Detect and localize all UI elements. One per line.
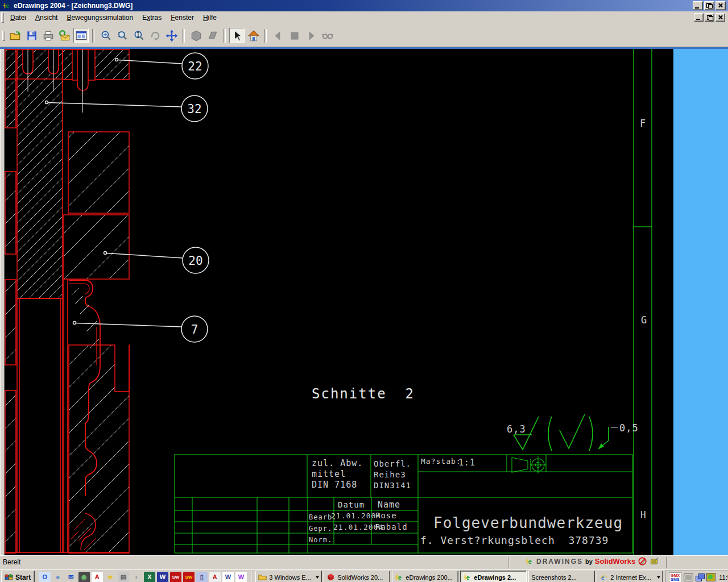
drawing-canvas[interactable]: 22 32 20 7 Schnitte 2 F G H 6,3 0,5 xyxy=(0,47,728,555)
toolbar-separator xyxy=(183,29,185,43)
image-viewer-icon[interactable]: ◉ xyxy=(78,572,90,582)
ie-quick-icon[interactable]: e xyxy=(52,572,64,582)
animation-button[interactable] xyxy=(320,28,335,43)
next-button[interactable] xyxy=(303,28,318,43)
menu-datei[interactable]: Datei xyxy=(6,13,31,23)
nvidia-tray-icon[interactable] xyxy=(706,573,715,581)
word-doc-icon[interactable]: W xyxy=(222,572,234,582)
measure-tool-icon[interactable] xyxy=(650,557,659,566)
svg-text:Oberfl.: Oberfl. xyxy=(374,459,411,468)
word-icon[interactable]: W xyxy=(157,572,168,582)
menubar: DateiAnsichtBewegungssimulationExtrasFen… xyxy=(0,11,728,24)
zone-letter-g: G xyxy=(641,314,647,326)
pan-icon xyxy=(166,30,178,42)
toolbar-grip[interactable] xyxy=(2,31,5,41)
task-edrawings-1[interactable]: eDrawings 200... xyxy=(392,571,458,582)
task-edrawings-2[interactable]: eDrawings 2... xyxy=(460,571,527,582)
restore-button[interactable] xyxy=(704,1,714,10)
zoom-inout-button[interactable] xyxy=(131,28,146,43)
solidworks-explorer-icon[interactable]: SW xyxy=(183,572,195,582)
display-tray-icon[interactable] xyxy=(696,573,704,581)
scale-value: 1:1 xyxy=(458,458,475,468)
save-button[interactable] xyxy=(24,28,39,43)
menu-ansicht[interactable]: Ansicht xyxy=(31,13,62,23)
send-icon xyxy=(59,30,71,42)
select-button[interactable] xyxy=(229,28,245,43)
edrawings-icon xyxy=(463,573,471,581)
start-button[interactable]: Start xyxy=(1,571,35,582)
balloon-32: 32 xyxy=(187,102,201,116)
save-icon xyxy=(26,30,38,42)
menu-fenster[interactable]: Fenster xyxy=(166,13,198,23)
home-button[interactable] xyxy=(246,28,261,43)
previous-button[interactable] xyxy=(270,28,286,43)
cad-drawing: 22 32 20 7 Schnitte 2 F G H 6,3 0,5 xyxy=(0,47,728,555)
folder-icon xyxy=(258,573,267,581)
rotate-button[interactable] xyxy=(147,28,163,43)
acrobat-distiller-icon[interactable]: A xyxy=(209,572,221,582)
svg-text:Name: Name xyxy=(378,500,400,510)
mouse-icon[interactable]: ◗ xyxy=(131,572,142,582)
dropdown-arrow-icon[interactable] xyxy=(316,576,319,579)
acrobat-icon[interactable]: A xyxy=(92,572,103,582)
windows-flag-icon xyxy=(4,573,14,581)
svg-text:Norm.: Norm. xyxy=(309,536,332,544)
window-layout-button[interactable] xyxy=(73,28,89,43)
shade-icon xyxy=(190,30,202,42)
child-close-button[interactable] xyxy=(715,13,725,22)
titlebar: eDrawings 2004 - [Zeichnung3.DWG] xyxy=(0,0,728,11)
dropdown-arrow-icon[interactable] xyxy=(657,576,660,579)
home-icon xyxy=(247,30,260,42)
menu-hilfe[interactable]: Hilfe xyxy=(198,13,221,23)
statusbar-divider-2 xyxy=(666,557,668,568)
excel-icon[interactable]: X xyxy=(144,572,155,582)
print-button[interactable] xyxy=(40,28,56,43)
menu-grip[interactable] xyxy=(1,13,4,23)
chip-tray-icon[interactable] xyxy=(684,573,693,581)
gmx-sms-tray-icon[interactable]: GMXSMS xyxy=(669,572,681,582)
task-internet-explorer[interactable]: 2 Internet Ex... xyxy=(597,571,663,582)
zoomfit-icon xyxy=(100,30,112,42)
print-icon xyxy=(42,30,55,42)
close-button[interactable] xyxy=(715,1,726,10)
pan-button[interactable] xyxy=(164,28,179,43)
word-template-icon[interactable]: W xyxy=(235,572,247,582)
child-minimize-button[interactable] xyxy=(694,13,704,22)
prev-icon xyxy=(272,30,284,42)
task-windows-explorer[interactable]: 3 Windows E... xyxy=(255,571,322,582)
outlook-express-icon[interactable]: ✉ xyxy=(65,572,77,582)
send-button[interactable] xyxy=(57,28,72,43)
next-icon xyxy=(305,30,317,42)
glasses-icon xyxy=(321,30,334,42)
toolbar-separator xyxy=(264,29,267,43)
task-solidworks[interactable]: SolidWorks 20... xyxy=(324,571,390,582)
shaded-button[interactable] xyxy=(188,28,204,43)
solidworks-icon xyxy=(326,573,335,581)
outside-sheet-area xyxy=(673,47,728,555)
task-screenshots[interactable]: Screenshots 2... xyxy=(528,571,595,582)
system-tray: GMXSMS 11:50 xyxy=(665,571,728,582)
phone-icon[interactable]: ▯ xyxy=(196,572,208,582)
menu-extras[interactable]: Extras xyxy=(138,13,166,23)
file-cabinet-icon[interactable]: ▤ xyxy=(118,572,129,582)
solidworks-quick-icon[interactable]: SW xyxy=(170,572,181,582)
wireframe-button[interactable] xyxy=(205,28,220,43)
zoom-fit-button[interactable] xyxy=(98,28,113,43)
open-button[interactable] xyxy=(7,28,23,43)
balloon-20: 20 xyxy=(188,254,202,268)
menu-bewegungssimulation[interactable]: Bewegungssimulation xyxy=(62,13,138,23)
task-buttons: 3 Windows E...SolidWorks 20...eDrawings … xyxy=(255,571,665,582)
scale-label: Ma?stab: xyxy=(421,457,461,465)
child-restore-button[interactable] xyxy=(705,13,714,22)
edrawings-app-icon xyxy=(2,2,11,10)
minimize-button[interactable] xyxy=(693,1,703,10)
open-icon xyxy=(9,30,22,42)
stop-button[interactable] xyxy=(287,28,302,43)
zoom-window-button[interactable] xyxy=(114,28,130,43)
taskbar-divider xyxy=(251,572,252,582)
svg-text:Reihe3: Reihe3 xyxy=(374,470,406,479)
outlook-icon[interactable]: O xyxy=(39,572,51,582)
favorites-star-icon[interactable]: ★ xyxy=(105,572,116,582)
cursor-icon xyxy=(231,30,243,42)
edrawings-window: eDrawings 2004 - [Zeichnung3.DWG] DateiA… xyxy=(0,0,728,582)
